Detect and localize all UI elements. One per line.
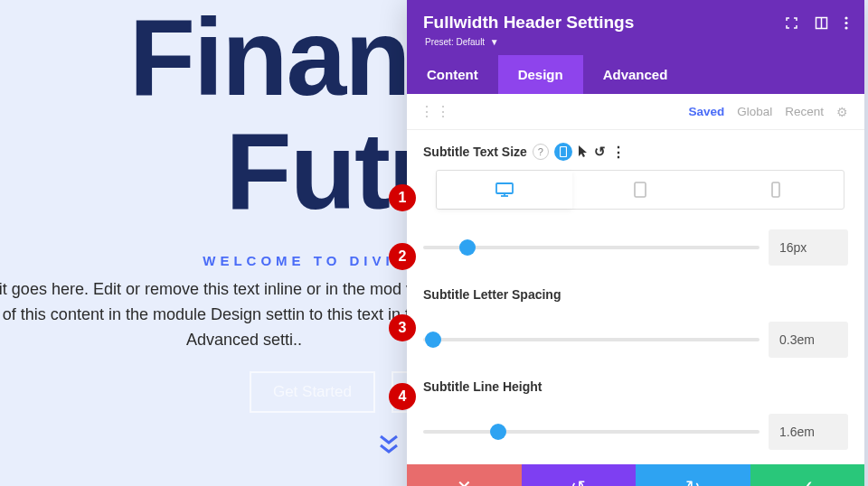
- tab-advanced[interactable]: Advanced: [583, 55, 688, 94]
- letter-spacing-label: Subtitle Letter Spacing: [423, 287, 848, 302]
- more-options-icon[interactable]: ⋮: [611, 144, 626, 161]
- responsive-device-tabs: [436, 170, 844, 210]
- panel-footer: ✕ ↺ ↻ ✓: [407, 464, 864, 486]
- panel-body: Subtitle Text Size ? ↺ ⋮ Subtitle Letter…: [407, 130, 864, 464]
- letter-spacing-input[interactable]: [769, 322, 848, 358]
- text-size-control: [423, 229, 848, 266]
- line-height-control: [423, 414, 848, 450]
- letter-spacing-control: [423, 322, 848, 358]
- svg-rect-10: [772, 182, 779, 197]
- svg-point-4: [844, 26, 847, 29]
- svg-point-2: [844, 16, 847, 19]
- settings-gear-icon[interactable]: ⚙: [836, 105, 848, 119]
- cancel-button[interactable]: ✕: [407, 464, 522, 486]
- subtab-global[interactable]: Global: [737, 105, 772, 118]
- line-height-input[interactable]: [769, 414, 848, 450]
- annotation-marker-2: 2: [389, 243, 416, 270]
- settings-panel: Fullwidth Header Settings Preset: Defaul…: [407, 0, 864, 486]
- main-tabs: Content Design Advanced: [407, 55, 864, 94]
- reset-icon[interactable]: ↺: [594, 144, 606, 160]
- confirm-button[interactable]: ✓: [750, 464, 865, 486]
- line-height-slider[interactable]: [423, 420, 760, 444]
- hover-icon[interactable]: [578, 145, 589, 160]
- panel-title: Fullwidth Header Settings: [423, 13, 634, 33]
- mobile-badge-icon[interactable]: [554, 143, 572, 161]
- annotation-marker-3: 3: [389, 314, 416, 341]
- more-icon[interactable]: [844, 16, 848, 30]
- text-size-slider[interactable]: [423, 236, 760, 259]
- layout-icon[interactable]: [815, 16, 828, 30]
- device-tab-desktop[interactable]: [437, 171, 572, 209]
- help-icon[interactable]: ?: [533, 144, 549, 160]
- annotation-marker-1: 1: [389, 184, 416, 211]
- line-height-label: Subtitle Line Height: [423, 379, 848, 394]
- get-started-button[interactable]: Get Started: [250, 371, 375, 413]
- svg-rect-6: [496, 183, 513, 193]
- drag-handle-icon[interactable]: ⋮⋮: [420, 103, 452, 120]
- preset-subtabs: ⋮⋮ Saved Global Recent ⚙: [407, 94, 864, 130]
- expand-icon[interactable]: [785, 16, 798, 30]
- annotation-marker-4: 4: [389, 383, 416, 410]
- redo-button[interactable]: ↻: [636, 464, 750, 486]
- device-tab-phone[interactable]: [708, 171, 844, 209]
- undo-button[interactable]: ↺: [522, 464, 637, 486]
- subtitle-text-size-label: Subtitle Text Size: [423, 145, 527, 159]
- text-size-input[interactable]: [769, 229, 848, 266]
- tab-design[interactable]: Design: [498, 55, 583, 94]
- preset-selector[interactable]: Preset: Default ▼: [423, 35, 848, 48]
- panel-header: Fullwidth Header Settings Preset: Defaul…: [407, 0, 864, 55]
- letter-spacing-slider[interactable]: [423, 328, 760, 351]
- subtab-saved[interactable]: Saved: [688, 105, 724, 118]
- svg-point-3: [844, 21, 847, 23]
- tab-content[interactable]: Content: [407, 55, 498, 94]
- svg-rect-9: [635, 182, 646, 197]
- subtab-recent[interactable]: Recent: [785, 105, 824, 118]
- device-tab-tablet[interactable]: [572, 171, 708, 209]
- svg-rect-5: [560, 147, 566, 157]
- subtitle-text-size-label-row: Subtitle Text Size ? ↺ ⋮: [423, 143, 848, 161]
